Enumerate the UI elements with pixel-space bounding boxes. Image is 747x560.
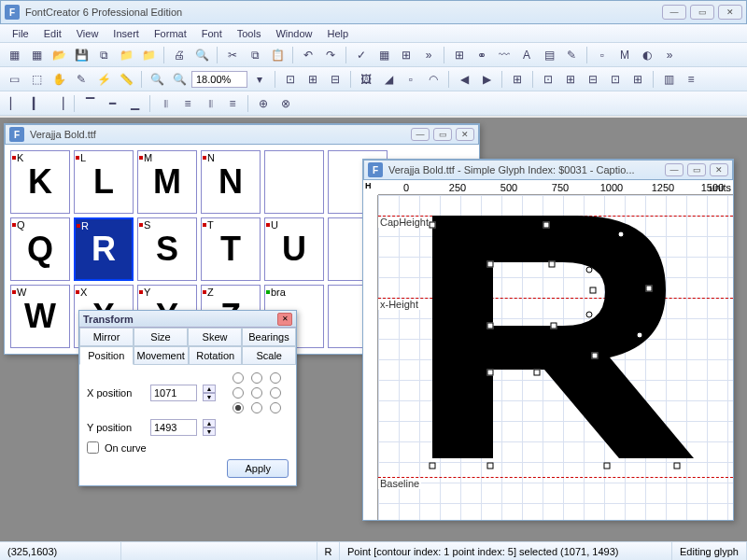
menu-view[interactable]: View bbox=[70, 26, 106, 41]
control-point[interactable] bbox=[637, 332, 643, 339]
glyph-canvas[interactable]: CapHeight x-Height Baseline bbox=[378, 195, 733, 520]
maximize-button[interactable]: ▭ bbox=[690, 5, 714, 20]
transform-close-button[interactable]: ✕ bbox=[277, 313, 292, 326]
snap4-icon[interactable]: ⊡ bbox=[605, 69, 626, 90]
control-point[interactable] bbox=[487, 261, 494, 268]
control-point[interactable] bbox=[586, 312, 593, 318]
hint-icon[interactable]: ≡ bbox=[681, 69, 701, 90]
control-point[interactable] bbox=[551, 323, 557, 329]
snap1-icon[interactable]: ⊡ bbox=[538, 69, 558, 90]
y-spinner-up[interactable]: ▲ bbox=[203, 419, 216, 427]
menu-window[interactable]: Window bbox=[269, 26, 318, 41]
control-point[interactable] bbox=[592, 353, 599, 359]
tab-bearings[interactable]: Bearings bbox=[242, 328, 296, 346]
transform-titlebar[interactable]: Transform ✕ bbox=[79, 311, 296, 328]
menu-font[interactable]: Font bbox=[195, 26, 229, 41]
control-point[interactable] bbox=[586, 267, 593, 273]
select-icon[interactable]: ⬚ bbox=[26, 69, 47, 90]
zoom-dropdown-icon[interactable]: ▾ bbox=[249, 69, 270, 90]
link-icon[interactable]: ⚭ bbox=[472, 45, 492, 65]
control-point[interactable] bbox=[430, 463, 436, 469]
char-icon[interactable]: A bbox=[516, 45, 537, 65]
folder2-icon[interactable]: 📁 bbox=[138, 45, 159, 65]
measure-icon[interactable]: 📏 bbox=[116, 69, 136, 90]
curve-icon[interactable]: ◠ bbox=[423, 69, 444, 90]
control-point[interactable] bbox=[534, 370, 541, 376]
menu-file[interactable]: File bbox=[6, 26, 35, 41]
menu-edit[interactable]: Edit bbox=[37, 26, 68, 41]
fitw-icon[interactable]: ⊞ bbox=[303, 69, 323, 90]
tab-size[interactable]: Size bbox=[134, 328, 188, 346]
tab-movement[interactable]: Movement bbox=[134, 346, 189, 365]
paste-icon[interactable]: 📋 bbox=[267, 45, 288, 65]
pen-icon[interactable]: ✎ bbox=[71, 69, 92, 90]
anchor-tc[interactable] bbox=[251, 372, 262, 384]
preview-icon[interactable]: 🔍 bbox=[191, 45, 212, 65]
select-rect-icon[interactable]: ▭ bbox=[4, 69, 24, 90]
control-point[interactable] bbox=[604, 463, 611, 469]
y-spinner-down[interactable]: ▼ bbox=[203, 427, 216, 436]
dist-v-icon[interactable]: ≡ bbox=[177, 93, 198, 114]
align-t-icon[interactable]: ▔ bbox=[79, 93, 100, 114]
fitc-icon[interactable]: ⊟ bbox=[325, 69, 345, 90]
glyph-cell[interactable]: MM bbox=[137, 150, 197, 214]
glyph-cell[interactable]: QQ bbox=[10, 217, 70, 281]
dist-h-icon[interactable]: ⫴ bbox=[155, 93, 176, 114]
editor-close-button[interactable]: ✕ bbox=[710, 163, 728, 176]
snap2-icon[interactable]: ⊞ bbox=[560, 69, 581, 90]
close-button[interactable]: ✕ bbox=[718, 5, 742, 20]
metrics-icon[interactable]: M bbox=[614, 45, 635, 65]
cut-icon[interactable]: ✂ bbox=[222, 45, 243, 65]
anchor-tr[interactable] bbox=[270, 372, 281, 384]
control-point[interactable] bbox=[487, 323, 494, 329]
open-icon[interactable]: 📂 bbox=[49, 45, 69, 65]
save-icon[interactable]: 💾 bbox=[71, 45, 92, 65]
oncurve-checkbox[interactable] bbox=[87, 441, 99, 454]
control-point[interactable] bbox=[646, 286, 653, 292]
anchor-mr[interactable] bbox=[270, 387, 281, 399]
grid-icon[interactable]: ⊞ bbox=[449, 45, 470, 65]
prop-icon[interactable]: ▤ bbox=[539, 45, 559, 65]
settings-icon[interactable]: ✎ bbox=[561, 45, 582, 65]
image-icon[interactable]: 🖼 bbox=[356, 69, 376, 90]
fit-icon[interactable]: ⊡ bbox=[280, 69, 301, 90]
tab-rotation[interactable]: Rotation bbox=[189, 346, 243, 365]
layer-icon[interactable]: ▥ bbox=[658, 69, 679, 90]
anchor-br[interactable] bbox=[270, 402, 281, 413]
glyph-cell[interactable]: LL bbox=[74, 150, 134, 214]
knife-icon[interactable]: ⚡ bbox=[93, 69, 114, 90]
contour-icon[interactable]: ◢ bbox=[378, 69, 399, 90]
snap5-icon[interactable]: ⊞ bbox=[627, 69, 648, 90]
saveall-icon[interactable]: ⧉ bbox=[93, 45, 114, 65]
zoom-input[interactable] bbox=[191, 71, 247, 88]
prev-icon[interactable]: ◀ bbox=[454, 69, 474, 90]
control-point[interactable] bbox=[487, 370, 494, 376]
tab-mirror[interactable]: Mirror bbox=[79, 328, 134, 346]
tab-position[interactable]: Position bbox=[79, 346, 134, 365]
control-point[interactable] bbox=[618, 231, 625, 238]
zoomout-icon[interactable]: 🔍 bbox=[169, 69, 190, 90]
control-point[interactable] bbox=[430, 222, 436, 229]
align-b-icon[interactable]: ▁ bbox=[124, 93, 145, 114]
anchor-bc[interactable] bbox=[251, 402, 262, 413]
test-icon[interactable]: ▦ bbox=[374, 45, 394, 65]
editor-minimize-button[interactable]: — bbox=[665, 163, 684, 176]
tab-skew[interactable]: Skew bbox=[188, 328, 242, 346]
child-close-button[interactable]: ✕ bbox=[456, 128, 474, 141]
menu-help[interactable]: Help bbox=[321, 26, 356, 41]
control-point[interactable] bbox=[549, 261, 556, 268]
intersect-icon[interactable]: ⊗ bbox=[275, 93, 296, 114]
zoomin-icon[interactable]: 🔍 bbox=[147, 69, 167, 90]
kerning-icon[interactable]: ◐ bbox=[637, 45, 657, 65]
new-icon[interactable]: ▦ bbox=[4, 45, 24, 65]
apply-button[interactable]: Apply bbox=[227, 459, 289, 478]
redo-icon[interactable]: ↷ bbox=[320, 45, 341, 65]
control-point[interactable] bbox=[487, 463, 494, 469]
align-l-icon[interactable]: ▏ bbox=[4, 93, 24, 114]
child-maximize-button[interactable]: ▭ bbox=[433, 128, 452, 141]
align-r-icon[interactable]: ▕ bbox=[49, 93, 69, 114]
menu-insert[interactable]: Insert bbox=[106, 26, 146, 41]
glyph-cell[interactable]: NN bbox=[201, 150, 261, 214]
control-point[interactable] bbox=[674, 463, 681, 469]
tab-scale[interactable]: Scale bbox=[242, 346, 296, 365]
